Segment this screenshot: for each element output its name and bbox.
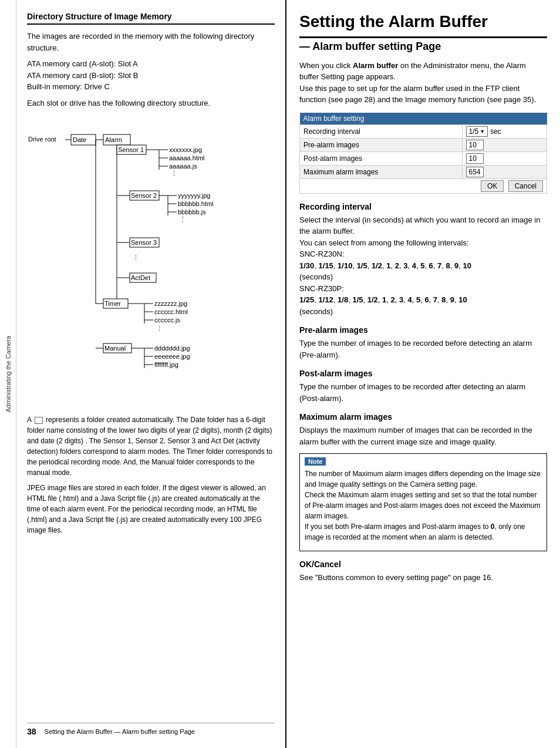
dots2: ⋮ <box>180 215 186 223</box>
main-content: Directory Structure of Image Memory The … <box>16 0 560 748</box>
right-column: Setting the Alarm Buffer — Alarm buffer … <box>286 0 560 748</box>
page-number: 38 <box>27 727 36 736</box>
section-text-pre: Type the number of images to be recorded… <box>299 338 547 360</box>
file-zzzzzzz: zzzzzzz.jpg <box>154 300 187 307</box>
dots3: ⋮ <box>133 254 139 261</box>
section-heading-post: Post-alarm images <box>299 369 547 378</box>
sensor2-node: Sensor 2 <box>131 192 157 199</box>
cancel-button[interactable]: Cancel <box>508 180 543 192</box>
max-alarm-display: 654 <box>466 167 484 177</box>
page-subtitle: — Alarm buffer setting Page <box>299 41 547 53</box>
file-aaaaaa-js: aaaaaa.js <box>169 163 197 170</box>
table-row: Recording interval 1/5 ▼ sec <box>300 124 547 138</box>
file-cccccc-html: cccccc.html <box>154 308 188 315</box>
right-intro: When you click Alarm buffer on the Admin… <box>299 60 547 106</box>
left-column: Directory Structure of Image Memory The … <box>16 0 286 748</box>
table-header: Alarm buffer setting <box>300 113 547 125</box>
row-value-max: 654 <box>462 165 546 178</box>
note-text: The number of Maximum alarm images diffe… <box>305 469 542 543</box>
sensor3-node: Sensor 3 <box>131 239 157 246</box>
file-bbbbbb-js: bbbbbb.js <box>178 208 206 215</box>
section-text-max: Displays the maximum number of images th… <box>299 424 547 447</box>
file-bbbbbb-html: bbbbbb.html <box>178 200 214 207</box>
table-row: Maximum alarm images 654 <box>300 165 547 178</box>
sidebar-label: Administrating the Camera <box>5 336 12 412</box>
button-row: OK Cancel <box>300 178 547 193</box>
section-text-ok-cancel: See "Buttons common to every setting pag… <box>299 572 547 584</box>
row-value-recording: 1/5 ▼ sec <box>462 124 546 138</box>
alarm-buffer-table: Alarm buffer setting Recording interval … <box>299 113 547 194</box>
file-ffffffff: ffffffff.jpg <box>154 361 178 368</box>
page-footer-left: 38 Setting the Alarm Buffer — Alarm buff… <box>27 723 275 736</box>
file-eeeeee: eeeeeee.jpg <box>154 353 190 360</box>
dots4: ⋮ <box>156 325 163 332</box>
page-footer-text: Setting the Alarm Buffer — Alarm buffer … <box>45 728 195 735</box>
date-node: Date <box>73 136 86 143</box>
file-cccccc-js: cccccc.js <box>154 316 181 324</box>
row-label-recording: Recording interval <box>300 124 463 138</box>
section-text-post: Type the number of images to be recorded… <box>299 381 547 404</box>
left-para2: ATA memory card (A-slot): Slot A ATA mem… <box>27 58 275 93</box>
table-row-buttons: OK Cancel <box>300 178 547 193</box>
file-yyyyyyy: yyyyyyy.jpg <box>178 192 210 199</box>
left-para3: Each slot or drive has the following dir… <box>27 97 275 109</box>
note-box: Note The number of Maximum alarm images … <box>299 453 547 551</box>
ok-button[interactable]: OK <box>481 180 504 192</box>
left-para4b: JPEG image files are stored in each fold… <box>27 483 275 535</box>
post-alarm-input[interactable]: 10 <box>466 153 484 164</box>
recording-unit: sec <box>490 127 501 136</box>
section-heading-max: Maximum alarm images <box>299 412 547 422</box>
table-row: Pre-alarm images 10 <box>300 138 547 151</box>
left-para4a: A represents a folder created automatica… <box>27 415 275 478</box>
note-label: Note <box>305 457 326 466</box>
drive-root-label: Drive root <box>28 136 56 143</box>
recording-interval-select[interactable]: 1/5 ▼ <box>466 126 488 137</box>
file-xxxxxxx: xxxxxxx.jpg <box>169 146 202 153</box>
row-value-post: 10 <box>462 151 546 165</box>
file-aaaaaa-html: aaaaaa.html <box>169 154 205 161</box>
row-label-post: Post-alarm images <box>300 151 463 165</box>
table-row: Post-alarm images 10 <box>300 151 547 165</box>
file-dddddd: ddddddd.jpg <box>154 345 190 352</box>
sidebar-tab: Administrating the Camera <box>0 0 16 748</box>
directory-tree-diagram: Drive root Date Alarm Sensor 1 <box>27 119 275 409</box>
row-value-pre: 10 <box>462 138 546 151</box>
page-title: Setting the Alarm Buffer <box>299 12 547 38</box>
section-heading-recording: Recording interval <box>299 202 547 211</box>
manual-node: Manual <box>104 345 126 352</box>
section-text-recording: Select the interval (in seconds) at whic… <box>299 214 547 318</box>
timer-node: Timer <box>104 300 121 307</box>
row-label-pre: Pre-alarm images <box>300 138 463 151</box>
section-heading-pre: Pre-alarm images <box>299 325 547 335</box>
row-label-max: Maximum alarm images <box>300 165 463 178</box>
section-heading-ok-cancel: OK/Cancel <box>299 560 547 569</box>
left-para1: The images are recorded in the memory wi… <box>27 31 275 53</box>
left-section-title: Directory Structure of Image Memory <box>27 12 275 25</box>
sensor1-node: Sensor 1 <box>118 146 144 153</box>
dots1: ⋮ <box>171 170 177 177</box>
alarm-node: Alarm <box>105 136 122 143</box>
actdet-node: ActDet <box>131 274 150 281</box>
pre-alarm-input[interactable]: 10 <box>466 140 484 150</box>
